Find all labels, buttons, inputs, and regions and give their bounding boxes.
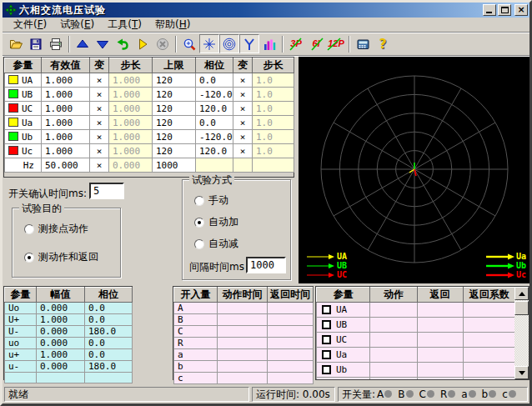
vary-toggle[interactable]: × [90, 144, 109, 158]
mode-3p-button[interactable]: 3P [286, 34, 306, 53]
limit-cell[interactable]: 120 [153, 116, 196, 130]
scroll-up-button[interactable] [514, 287, 529, 300]
phase-cell[interactable]: 120.0 [196, 144, 233, 158]
table-row: UC [317, 333, 516, 348]
circle-view-button[interactable] [219, 34, 239, 53]
decrease-button[interactable] [93, 34, 113, 53]
rms-cell[interactable]: 50.000 [42, 158, 90, 173]
vary-toggle[interactable]: × [90, 73, 109, 88]
phase-cell[interactable]: 0.0 [196, 73, 233, 88]
stop-button[interactable] [153, 34, 173, 53]
step-cell[interactable]: 1.000 [109, 88, 153, 102]
limit-cell[interactable]: 120 [153, 144, 196, 158]
minimize-button[interactable] [483, 4, 496, 16]
mode-12p-button[interactable]: 12P [326, 34, 346, 53]
radio-action-return[interactable]: 测动作和返回 [24, 250, 98, 264]
scroll-down-button[interactable] [514, 366, 529, 379]
phase-cell[interactable]: -120.0 [196, 130, 233, 144]
phase-step-cell[interactable]: 1.0 [253, 144, 294, 158]
limit-cell[interactable]: 1000 [153, 158, 196, 173]
calculator-button[interactable] [353, 34, 373, 53]
color-swatch [8, 146, 18, 155]
mode-6i-button[interactable]: 6I [306, 34, 326, 53]
checkbox[interactable] [322, 350, 331, 359]
menu-help[interactable]: 帮助(H) [149, 17, 196, 33]
vary-toggle[interactable]: × [90, 158, 109, 173]
step-cell[interactable]: 1.000 [109, 144, 153, 158]
vector-view-button[interactable] [199, 34, 219, 53]
help-button[interactable]: ? [373, 34, 393, 53]
rms-cell[interactable]: 1.000 [42, 144, 90, 158]
table-row: uo0.0000.0 [5, 338, 133, 349]
phase-cell[interactable]: 0.0 [196, 116, 233, 130]
rms-cell[interactable]: 1.000 [42, 73, 90, 88]
radio-icon [194, 239, 204, 249]
switch-dot-icon [509, 390, 516, 398]
zoom-button[interactable] [179, 34, 199, 53]
radio-auto-increase[interactable]: 自动加 [194, 215, 238, 229]
menu-test[interactable]: 试验(E) [54, 17, 100, 33]
vary-toggle[interactable]: × [90, 102, 109, 116]
bar-view-button[interactable] [259, 34, 279, 53]
vary-toggle[interactable]: × [90, 116, 109, 130]
vary-toggle[interactable]: × [90, 130, 109, 144]
radio-contact-action[interactable]: 测接点动作 [24, 222, 88, 236]
vary-toggle[interactable]: × [233, 88, 253, 102]
step-cell[interactable]: 1.000 [109, 130, 153, 144]
rms-cell[interactable]: 1.000 [42, 102, 90, 116]
limit-cell[interactable]: 120 [153, 130, 196, 144]
vary-toggle[interactable]: × [233, 116, 253, 130]
maximize-button[interactable] [498, 4, 511, 16]
rms-cell[interactable]: 1.000 [42, 88, 90, 102]
color-swatch [8, 132, 18, 141]
step-cell[interactable]: 1.000 [109, 102, 153, 116]
close-button[interactable]: × [514, 4, 528, 16]
confirm-time-input[interactable] [89, 183, 124, 199]
radio-manual[interactable]: 手动 [194, 193, 228, 208]
y-view-button[interactable] [239, 34, 259, 53]
checkbox[interactable] [322, 335, 331, 344]
scroll-thumb[interactable] [514, 301, 529, 315]
radio-auto-decrease[interactable]: 自动减 [194, 237, 238, 251]
close-icon: × [515, 4, 527, 15]
scrollbar[interactable] [514, 287, 529, 379]
phase-cell[interactable]: 120.0 [196, 102, 233, 116]
vary-toggle[interactable]: × [233, 130, 253, 144]
menu-tools[interactable]: 工具(T) [102, 17, 148, 33]
phase-cell[interactable]: -120.0 [196, 88, 233, 102]
rms-cell[interactable]: 1.000 [42, 130, 90, 144]
open-button[interactable] [6, 34, 26, 53]
menu-file[interactable]: 文件(F) [8, 17, 53, 33]
limit-cell[interactable]: 120 [153, 73, 196, 88]
vary-toggle[interactable]: × [233, 73, 253, 88]
phase-step-cell[interactable]: 1.0 [253, 116, 294, 130]
vary-toggle[interactable]: × [233, 102, 253, 116]
save-button[interactable] [26, 34, 46, 53]
toolbar-separator [282, 36, 284, 53]
col-header: 幅值 [37, 288, 85, 303]
step-cell[interactable]: 1.000 [109, 116, 153, 130]
status-bar: 就绪 运行时间: 0.00s 开关量: A B C R a b c [3, 385, 529, 403]
vary-toggle[interactable]: × [233, 144, 253, 158]
print-button[interactable] [46, 34, 66, 53]
arrow-up-icon [519, 292, 525, 296]
phase-step-cell[interactable]: 1.0 [253, 130, 294, 144]
interval-input[interactable] [246, 257, 286, 273]
limit-cell[interactable]: 120 [153, 88, 196, 102]
reset-button[interactable] [113, 34, 133, 53]
phase-step-cell[interactable]: 1.0 [253, 73, 294, 88]
param-name: UA [5, 73, 42, 88]
increase-button[interactable] [73, 34, 93, 53]
rms-cell[interactable]: 1.000 [42, 116, 90, 130]
limit-cell[interactable]: 120 [153, 102, 196, 116]
phase-step-cell[interactable]: 1.0 [253, 102, 294, 116]
checkbox[interactable] [322, 365, 331, 374]
step-cell[interactable]: 1.000 [109, 73, 153, 88]
phase-step-cell[interactable]: 1.0 [253, 88, 294, 102]
checkbox[interactable] [322, 320, 331, 329]
checkbox[interactable] [322, 305, 331, 314]
start-button[interactable] [133, 34, 153, 53]
step-cell[interactable]: 0.000 [109, 158, 153, 173]
title-bar[interactable]: 六相交流电压试验 × [3, 3, 529, 18]
vary-toggle[interactable]: × [90, 88, 109, 102]
